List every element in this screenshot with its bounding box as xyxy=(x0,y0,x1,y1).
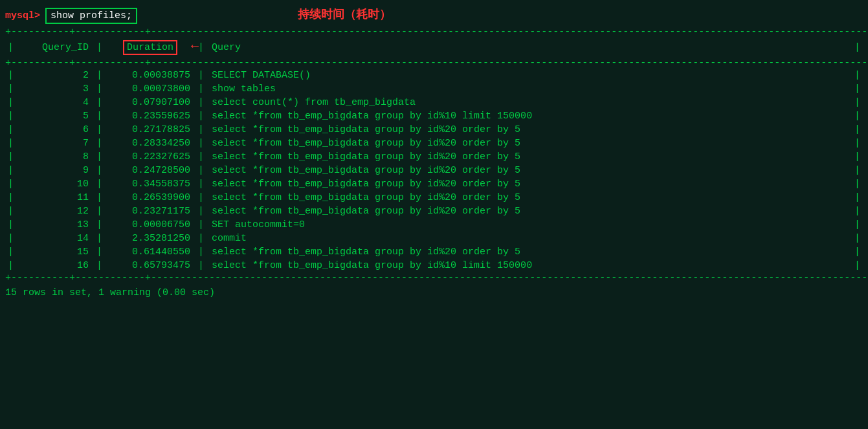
table-row: | 13 | 0.00006750 | SET autocommit=0 | xyxy=(0,218,868,232)
cell-id: 4 xyxy=(16,97,94,108)
table-row: | 12 | 0.23271175 | select *from tb_emp_… xyxy=(0,204,868,218)
prompt-line: mysql> show profiles; 持续时间（耗时） ← xyxy=(0,5,868,27)
pipe: | xyxy=(852,124,863,135)
cell-duration: 0.34558375 xyxy=(105,179,195,190)
pipe: | xyxy=(852,111,863,122)
cell-duration: 0.00073800 xyxy=(105,83,195,94)
pipe: | xyxy=(5,165,16,176)
terminal: mysql> show profiles; 持续时间（耗时） ← +------… xyxy=(0,0,868,429)
table-row: | 3 | 0.00073800 | show tables | xyxy=(0,82,868,96)
pipe: | xyxy=(94,206,105,217)
pipe: | xyxy=(94,260,105,271)
table-row: | 7 | 0.28334250 | select *from tb_emp_b… xyxy=(0,137,868,150)
cell-id: 12 xyxy=(16,206,94,217)
pipe: | xyxy=(94,165,105,176)
cell-query: select *from tb_emp_bigdata group by id%… xyxy=(206,206,852,217)
pipe: | xyxy=(195,165,206,176)
duration-box: Duration xyxy=(123,40,177,55)
pipe: | xyxy=(94,247,105,258)
pipe: | xyxy=(94,42,105,53)
table-row: | 14 | 2.35281250 | commit | xyxy=(0,232,868,245)
pipe: | xyxy=(195,151,206,162)
table-body: | 2 | 0.00038875 | SELECT DATABASE() | |… xyxy=(0,69,868,272)
cell-query: show tables xyxy=(206,83,852,94)
pipe: | xyxy=(852,260,863,271)
cell-id: 5 xyxy=(16,111,94,122)
pipe: | xyxy=(195,138,206,149)
pipe: | xyxy=(195,97,206,108)
pipe: | xyxy=(852,42,863,53)
command-text: show profiles; xyxy=(45,8,137,24)
pipe: | xyxy=(94,97,105,108)
pipe: | xyxy=(5,192,16,203)
cell-query: select *from tb_emp_bigdata group by id%… xyxy=(206,247,852,258)
cell-query: commit xyxy=(206,233,852,244)
cell-query: select *from tb_emp_bigdata group by id%… xyxy=(206,124,852,135)
pipe: | xyxy=(195,219,206,230)
cell-duration: 0.24728500 xyxy=(105,165,195,176)
pipe: | xyxy=(852,247,863,258)
cell-id: 2 xyxy=(16,70,94,81)
pipe: | xyxy=(5,151,16,162)
pipe: | xyxy=(94,138,105,149)
pipe: | xyxy=(195,124,206,135)
pipe: | xyxy=(195,206,206,217)
cell-duration: 0.61440550 xyxy=(105,247,195,258)
top-divider: +----------+------------+---------------… xyxy=(0,27,868,38)
cell-duration: 0.00038875 xyxy=(105,70,195,81)
pipe: | xyxy=(195,70,206,81)
cell-id: 11 xyxy=(16,192,94,203)
cell-id: 8 xyxy=(16,151,94,162)
pipe: | xyxy=(852,83,863,94)
pipe: | xyxy=(5,97,16,108)
pipe: | xyxy=(195,192,206,203)
table-row: | 4 | 0.07907100 | select count(*) from … xyxy=(0,96,868,109)
header-duration: Duration xyxy=(105,40,195,55)
header-divider: +----------+------------+---------------… xyxy=(0,58,868,69)
bottom-divider: +----------+------------+---------------… xyxy=(0,272,868,283)
pipe: | xyxy=(852,206,863,217)
table-row: | 11 | 0.26539900 | select *from tb_emp_… xyxy=(0,191,868,204)
cell-id: 9 xyxy=(16,165,94,176)
arrow-icon: ← xyxy=(191,39,199,54)
pipe: | xyxy=(5,83,16,94)
pipe: | xyxy=(5,247,16,258)
pipe: | xyxy=(5,260,16,271)
table-row: | 15 | 0.61440550 | select *from tb_emp_… xyxy=(0,245,868,259)
pipe: | xyxy=(94,179,105,190)
pipe: | xyxy=(94,192,105,203)
pipe: | xyxy=(94,219,105,230)
pipe: | xyxy=(94,151,105,162)
cell-duration: 0.23271175 xyxy=(105,206,195,217)
header-query-id: Query_ID xyxy=(16,42,94,53)
cell-duration: 0.23559625 xyxy=(105,111,195,122)
pipe: | xyxy=(94,83,105,94)
pipe: | xyxy=(5,124,16,135)
cell-query: SELECT DATABASE() xyxy=(206,70,852,81)
table-row: | 6 | 0.27178825 | select *from tb_emp_b… xyxy=(0,123,868,137)
cell-duration: 0.22327625 xyxy=(105,151,195,162)
table-row: | 5 | 0.23559625 | select *from tb_emp_b… xyxy=(0,109,868,123)
pipe: | xyxy=(5,219,16,230)
annotation-label: 持续时间（耗时） xyxy=(298,6,391,22)
pipe: | xyxy=(852,233,863,244)
pipe: | xyxy=(195,83,206,94)
pipe: | xyxy=(852,192,863,203)
cell-duration: 0.65793475 xyxy=(105,260,195,271)
table-row: | 8 | 0.22327625 | select *from tb_emp_b… xyxy=(0,150,868,164)
pipe: | xyxy=(195,179,206,190)
pipe: | xyxy=(5,233,16,244)
cell-id: 7 xyxy=(16,138,94,149)
pipe: | xyxy=(852,138,863,149)
cell-id: 10 xyxy=(16,179,94,190)
pipe: | xyxy=(5,138,16,149)
table-row: | 16 | 0.65793475 | select *from tb_emp_… xyxy=(0,259,868,272)
cell-query: select *from tb_emp_bigdata group by id%… xyxy=(206,138,852,149)
pipe: | xyxy=(195,111,206,122)
cell-query: select *from tb_emp_bigdata group by id%… xyxy=(206,179,852,190)
prompt-text: mysql> xyxy=(5,10,40,21)
cell-id: 6 xyxy=(16,124,94,135)
footer-text: 15 rows in set, 1 warning (0.00 sec) xyxy=(0,283,868,302)
cell-query: select *from tb_emp_bigdata group by id%… xyxy=(206,260,852,271)
pipe: | xyxy=(195,260,206,271)
